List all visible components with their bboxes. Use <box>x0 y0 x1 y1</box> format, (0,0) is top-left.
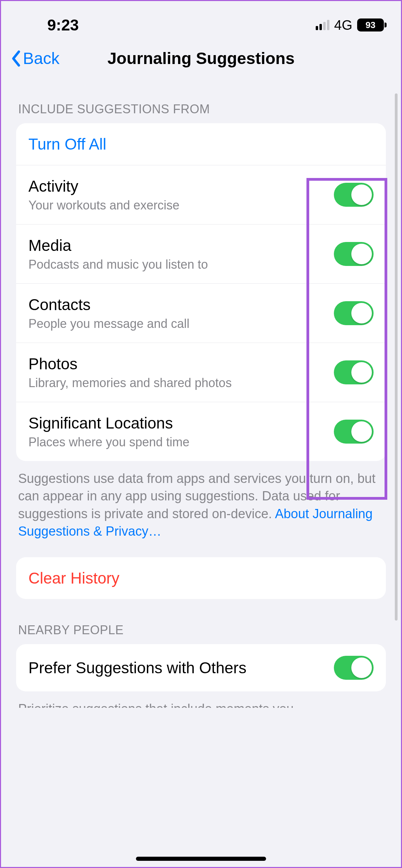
row-contacts: Contacts People you message and call <box>16 283 386 343</box>
row-subtitle: People you message and call <box>28 317 334 331</box>
row-prefer-others: Prefer Suggestions with Others <box>16 644 386 691</box>
turn-off-all-label: Turn Off All <box>28 135 374 153</box>
row-title: Significant Locations <box>28 414 334 432</box>
section-header-nearby: NEARBY PEOPLE <box>16 599 386 644</box>
home-indicator <box>136 857 266 861</box>
row-title: Prefer Suggestions with Others <box>28 659 334 677</box>
clear-history-label: Clear History <box>28 569 374 587</box>
turn-off-all-button[interactable]: Turn Off All <box>16 123 386 165</box>
prefer-others-toggle[interactable] <box>334 656 374 680</box>
row-activity: Activity Your workouts and exercise <box>16 165 386 224</box>
clear-history-button[interactable]: Clear History <box>16 557 386 599</box>
row-title: Contacts <box>28 295 334 314</box>
back-button[interactable]: Back <box>11 49 60 68</box>
include-footer: Suggestions use data from apps and servi… <box>16 461 386 544</box>
row-subtitle: Your workouts and exercise <box>28 198 334 213</box>
battery-level: 93 <box>366 20 376 30</box>
battery-icon: 93 <box>357 18 384 31</box>
photos-toggle[interactable] <box>334 360 374 384</box>
media-toggle[interactable] <box>334 242 374 266</box>
row-photos: Photos Library, memories and shared phot… <box>16 343 386 402</box>
clear-history-card: Clear History <box>16 557 386 599</box>
row-title: Activity <box>28 177 334 195</box>
row-subtitle: Podcasts and music you listen to <box>28 257 334 272</box>
include-card: Turn Off All Activity Your workouts and … <box>16 123 386 461</box>
network-label: 4G <box>334 17 352 33</box>
contacts-toggle[interactable] <box>334 301 374 325</box>
chevron-left-icon <box>11 50 21 67</box>
row-title: Photos <box>28 355 334 373</box>
back-label: Back <box>23 49 60 68</box>
page-title: Journaling Suggestions <box>1 49 401 68</box>
status-bar: 9:23 4G 93 <box>1 1 401 42</box>
status-right: 4G 93 <box>316 17 384 33</box>
scroll-indicator <box>395 93 398 621</box>
nearby-card: Prefer Suggestions with Others <box>16 644 386 691</box>
row-media: Media Podcasts and music you listen to <box>16 224 386 283</box>
row-subtitle: Places where you spend time <box>28 435 334 449</box>
row-significant-locations: Significant Locations Places where you s… <box>16 402 386 461</box>
nav-bar: Back Journaling Suggestions <box>1 42 401 78</box>
activity-toggle[interactable] <box>334 183 374 207</box>
row-subtitle: Library, memories and shared photos <box>28 376 334 390</box>
significant-locations-toggle[interactable] <box>334 420 374 444</box>
nearby-footer: Prioritize suggestions that include mome… <box>16 691 386 708</box>
row-title: Media <box>28 236 334 255</box>
status-time: 9:23 <box>18 16 79 34</box>
section-header-include: INCLUDE SUGGESTIONS FROM <box>16 78 386 123</box>
cellular-signal-icon <box>316 20 329 30</box>
